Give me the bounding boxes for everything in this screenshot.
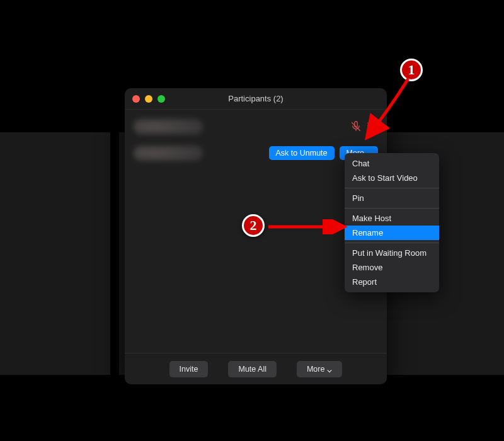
- footer-more-label: More: [307, 365, 324, 374]
- invite-button[interactable]: Invite: [169, 361, 209, 377]
- zoom-window-button[interactable]: [158, 95, 165, 103]
- menu-item-pin[interactable]: Pin: [345, 191, 439, 205]
- participant-row[interactable]: [125, 113, 387, 140]
- menu-item-rename[interactable]: Rename: [345, 226, 439, 240]
- background-gap: [110, 132, 119, 375]
- titlebar: Participants (2): [125, 88, 387, 110]
- chevron-down-icon: [327, 367, 332, 372]
- participant-name-redacted: [134, 118, 203, 135]
- menu-separator: [345, 243, 439, 243]
- menu-item-waiting-room[interactable]: Put in Waiting Room: [345, 246, 439, 260]
- menu-separator: [345, 208, 439, 209]
- video-off-icon: [367, 121, 378, 132]
- annotation-badge-1: 1: [400, 59, 423, 81]
- minimize-window-button[interactable]: [145, 95, 152, 103]
- close-window-button[interactable]: [132, 95, 140, 103]
- annotation-number: 1: [408, 62, 415, 78]
- mute-all-button[interactable]: Mute All: [228, 361, 276, 377]
- annotation-badge-2: 2: [242, 214, 265, 237]
- more-dropdown-menu: Chat Ask to Start Video Pin Make Host Re…: [345, 153, 439, 292]
- participant-name-redacted: [134, 145, 203, 161]
- menu-item-ask-video[interactable]: Ask to Start Video: [345, 171, 439, 185]
- menu-item-report[interactable]: Report: [345, 275, 439, 289]
- menu-item-chat[interactable]: Chat: [345, 156, 439, 171]
- panel-footer: Invite Mute All More: [125, 353, 387, 384]
- menu-separator: [345, 188, 439, 188]
- annotation-number: 2: [250, 217, 257, 234]
- traffic-lights: [125, 95, 165, 103]
- footer-more-button[interactable]: More: [297, 361, 342, 377]
- menu-item-make-host[interactable]: Make Host: [345, 211, 439, 226]
- menu-item-remove[interactable]: Remove: [345, 260, 439, 275]
- mic-muted-icon: [350, 121, 362, 132]
- ask-to-unmute-button[interactable]: Ask to Unmute: [269, 146, 335, 160]
